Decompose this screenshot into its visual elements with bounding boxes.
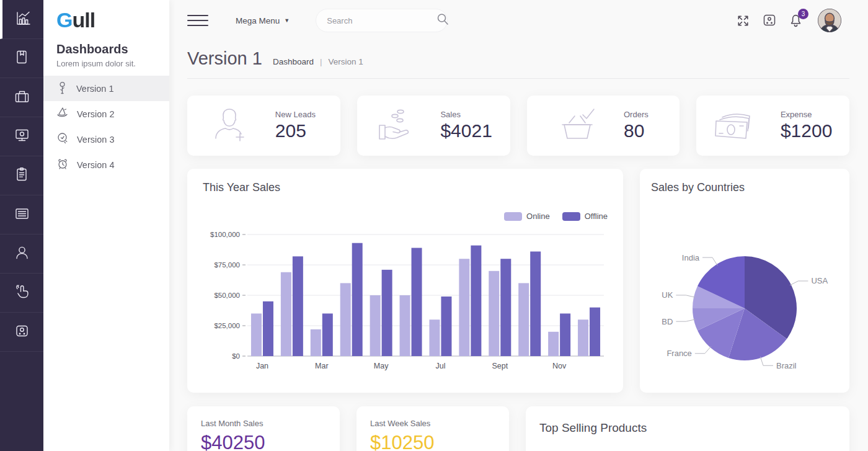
rail-item-interactions[interactable] bbox=[0, 274, 43, 313]
stat-card-sales[interactable]: Sales $4021 bbox=[357, 96, 510, 156]
book-icon bbox=[14, 49, 30, 68]
rail-item-forms[interactable] bbox=[0, 156, 43, 195]
webcam-icon bbox=[14, 323, 30, 342]
main-area: Mega Menu ▼ 3 Version 1 Dashboard | V bbox=[169, 0, 868, 451]
rail-item-media[interactable] bbox=[0, 313, 43, 352]
pie-label-brazil: Brazil bbox=[776, 361, 797, 370]
svg-text:$100,000: $100,000 bbox=[210, 231, 240, 238]
notifications-bell-icon[interactable]: 3 bbox=[788, 13, 804, 29]
search-icon[interactable] bbox=[436, 12, 450, 29]
sidebar-section-title: Dashboards bbox=[43, 32, 169, 56]
mega-menu-label: Mega Menu bbox=[236, 16, 280, 25]
briefcase-icon bbox=[14, 88, 30, 107]
svg-text:Jan: Jan bbox=[256, 362, 268, 370]
svg-text:$75,000: $75,000 bbox=[214, 261, 240, 269]
breadcrumb-section[interactable]: Dashboard bbox=[273, 57, 314, 66]
bar-chart-title: This Year Sales bbox=[203, 181, 608, 194]
rail-item-apps[interactable] bbox=[0, 78, 43, 117]
notification-badge: 3 bbox=[798, 9, 808, 19]
pie-chart-svg[interactable]: USABrazilFranceBDUKIndia bbox=[651, 213, 838, 399]
bottom-row: Last Month Sales $40250 Last Week Sales … bbox=[187, 406, 849, 451]
top-selling-products-title: Top Selling Products bbox=[539, 421, 836, 435]
hand-money-icon bbox=[374, 107, 413, 145]
legend-item-online[interactable]: Online bbox=[504, 212, 550, 221]
header-divider bbox=[187, 78, 849, 79]
icon-rail bbox=[0, 0, 43, 451]
stat-value: $1200 bbox=[781, 120, 832, 141]
news-icon bbox=[14, 205, 30, 225]
pie-label-uk: UK bbox=[662, 290, 673, 300]
sidebar-item-version-2[interactable]: Version 2 bbox=[43, 101, 169, 127]
stat-value: 80 bbox=[624, 120, 649, 141]
stat-value: $4021 bbox=[440, 120, 492, 141]
magic-hat-icon bbox=[56, 107, 77, 121]
stat-label: New Leads bbox=[275, 110, 316, 119]
stat-value: 205 bbox=[275, 120, 316, 141]
sidebar-item-label: Version 3 bbox=[77, 135, 114, 145]
topbar: Mega Menu ▼ 3 bbox=[169, 0, 868, 41]
sidebar-item-version-1[interactable]: Version 1 bbox=[43, 76, 169, 101]
pie-label-usa: USA bbox=[811, 276, 828, 285]
search-box bbox=[316, 9, 448, 32]
stat-card-new-leads[interactable]: New Leads 205 bbox=[187, 96, 340, 156]
legend-label: Online bbox=[526, 212, 550, 221]
app-logo[interactable]: Gull bbox=[43, 0, 169, 32]
svg-text:$50,000: $50,000 bbox=[214, 292, 240, 299]
search-input[interactable] bbox=[327, 16, 436, 25]
svg-text:$0: $0 bbox=[232, 352, 240, 360]
bar-chart-icon bbox=[15, 10, 32, 29]
svg-text:Sept: Sept bbox=[492, 362, 508, 370]
key-icon bbox=[56, 81, 76, 96]
page-title: Version 1 bbox=[187, 48, 262, 69]
safe-box-icon[interactable] bbox=[761, 12, 777, 29]
page-content: Version 1 Dashboard | Version 1 New Lead… bbox=[169, 48, 868, 451]
alarm-clock-icon bbox=[56, 158, 77, 172]
last-month-sales-card[interactable]: Last Month Sales $40250 bbox=[187, 406, 340, 451]
svg-text:May: May bbox=[374, 362, 389, 370]
bar-chart-svg[interactable]: $0$25,000$50,000$75,000$100,000JanMarMay… bbox=[203, 227, 608, 382]
pie-label-bd: BD bbox=[662, 317, 673, 326]
banknotes-icon bbox=[714, 107, 753, 145]
chevron-down-icon: ▼ bbox=[284, 17, 290, 24]
bar-chart-legend: OnlineOffline bbox=[203, 212, 608, 221]
last-week-sales-label: Last Week Sales bbox=[370, 419, 495, 428]
sidebar-item-version-3[interactable]: Version 3 bbox=[43, 127, 169, 152]
basket-check-icon bbox=[558, 106, 596, 146]
legend-item-offline[interactable]: Offline bbox=[562, 212, 608, 221]
charts-row: This Year Sales OnlineOffline $0$25,000$… bbox=[187, 169, 849, 393]
svg-text:Mar: Mar bbox=[315, 362, 329, 370]
last-month-sales-value: $40250 bbox=[201, 432, 326, 451]
secondary-sidebar: Gull Dashboards Lorem ipsum dolor sit. V… bbox=[43, 0, 169, 451]
stat-card-orders[interactable]: Orders 80 bbox=[527, 96, 680, 156]
pie-label-india: India bbox=[682, 253, 700, 262]
stat-label: Sales bbox=[440, 110, 492, 119]
rail-item-sessions[interactable] bbox=[0, 117, 43, 156]
svg-text:$25,000: $25,000 bbox=[214, 322, 240, 329]
breadcrumb-current: Version 1 bbox=[328, 57, 363, 66]
stat-card-expense[interactable]: Expense $1200 bbox=[696, 96, 849, 156]
add-user-icon bbox=[212, 106, 248, 146]
last-week-sales-card[interactable]: Last Week Sales $10250 bbox=[356, 406, 509, 451]
fullscreen-icon[interactable] bbox=[735, 13, 751, 29]
rail-item-pages[interactable] bbox=[0, 39, 43, 78]
logo-rest: ull bbox=[72, 8, 95, 32]
last-week-sales-value: $10250 bbox=[370, 432, 495, 451]
rail-item-dashboard[interactable] bbox=[0, 0, 43, 39]
user-avatar[interactable] bbox=[818, 9, 841, 32]
pie-chart-card: Sales by Countries USABrazilFranceBDUKIn… bbox=[640, 169, 849, 393]
sidebar-item-label: Version 1 bbox=[76, 84, 113, 94]
rail-item-users[interactable] bbox=[0, 234, 43, 274]
rail-item-lists[interactable] bbox=[0, 195, 43, 234]
menu-toggle-button[interactable] bbox=[187, 11, 208, 30]
legend-swatch bbox=[562, 212, 580, 221]
logo-letter-g: G bbox=[56, 8, 72, 32]
pie-chart-title: Sales by Countries bbox=[651, 181, 838, 194]
page-header: Version 1 Dashboard | Version 1 bbox=[187, 48, 849, 69]
stat-label: Orders bbox=[624, 110, 649, 119]
stats-row: New Leads 205 Sales $4021 Orders 80 bbox=[187, 96, 849, 156]
svg-text:Jul: Jul bbox=[435, 362, 445, 370]
touch-icon bbox=[14, 284, 30, 303]
mega-menu-button[interactable]: Mega Menu ▼ bbox=[236, 16, 290, 25]
sidebar-item-version-4[interactable]: Version 4 bbox=[43, 152, 169, 177]
breadcrumb-separator: | bbox=[320, 57, 322, 66]
